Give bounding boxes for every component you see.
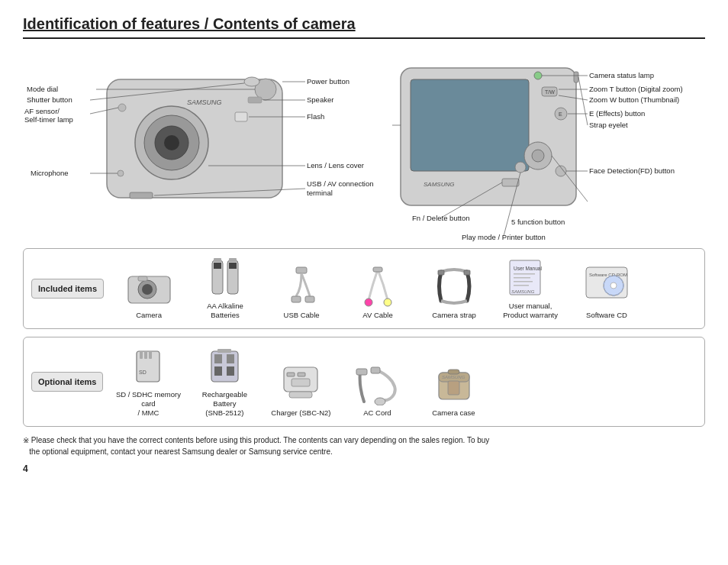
footnote: ※ Please check that you have the correct… bbox=[23, 434, 705, 457]
svg-rect-107 bbox=[227, 366, 234, 376]
svg-rect-113 bbox=[356, 369, 367, 375]
included-items-grid: Camera AA AlkalineBatteries bbox=[114, 257, 641, 321]
av-item-label: AV Cable bbox=[362, 311, 392, 320]
usb-cable-icon bbox=[275, 266, 328, 308]
svg-text:Software CD-ROM: Software CD-ROM bbox=[589, 273, 627, 277]
svg-rect-89 bbox=[514, 281, 533, 282]
svg-rect-43 bbox=[574, 72, 578, 82]
svg-text:Fn / Delete button: Fn / Delete button bbox=[412, 214, 470, 222]
svg-text:SAMSUNG: SAMSUNG bbox=[187, 98, 222, 106]
battery-item-label: AA AlkalineBatteries bbox=[207, 302, 243, 321]
svg-rect-75 bbox=[229, 258, 237, 262]
svg-text:User Manual: User Manual bbox=[514, 266, 542, 271]
cd-item-label: Software CD bbox=[586, 311, 627, 320]
case-item-label: Camera case bbox=[432, 408, 475, 418]
svg-point-95 bbox=[610, 282, 617, 289]
optional-items-grid: SD SD / SDHC memory card/ MMC Rechargeab… bbox=[114, 345, 488, 418]
optional-items-box: Optional items SD SD / SDHC memory card/… bbox=[23, 337, 705, 427]
svg-rect-8 bbox=[248, 97, 262, 103]
svg-rect-79 bbox=[305, 296, 314, 302]
svg-rect-12 bbox=[130, 192, 153, 199]
svg-rect-70 bbox=[138, 276, 147, 281]
svg-text:SAMSUNG: SAMSUNG bbox=[442, 375, 465, 379]
svg-rect-111 bbox=[298, 373, 305, 376]
camera-item-label: Camera bbox=[136, 311, 162, 320]
svg-rect-112 bbox=[292, 379, 310, 386]
svg-rect-105 bbox=[227, 354, 234, 363]
battery-icon bbox=[198, 257, 252, 299]
svg-point-40 bbox=[532, 150, 544, 162]
manual-icon: User Manual SAMSUNG bbox=[504, 257, 557, 299]
charger-item-label: Charger (SBC-N2) bbox=[271, 408, 330, 418]
svg-text:Strap eyelet: Strap eyelet bbox=[589, 121, 628, 129]
accord-item-label: AC Cord bbox=[363, 408, 391, 418]
av-cable-icon bbox=[351, 266, 404, 308]
svg-text:Zoom T button (Digital zoom): Zoom T button (Digital zoom) bbox=[589, 85, 683, 93]
diagram-section: SAMSUNG Mode dial Shutter button AF sens… bbox=[23, 53, 705, 236]
svg-text:Microphone: Microphone bbox=[31, 169, 69, 177]
svg-line-55 bbox=[578, 77, 588, 125]
svg-text:AF sensor/: AF sensor/ bbox=[24, 107, 60, 115]
svg-point-115 bbox=[375, 398, 385, 405]
svg-rect-76 bbox=[229, 263, 237, 269]
svg-rect-106 bbox=[214, 366, 222, 376]
svg-text:Zoom W button (Thumbnail): Zoom W button (Thumbnail) bbox=[589, 95, 679, 104]
svg-rect-84 bbox=[464, 270, 470, 275]
svg-text:Flash: Flash bbox=[307, 112, 324, 121]
rechargeable-icon bbox=[198, 345, 251, 387]
camera-back-diagram: SAMSUNG T/W E Camera status lamp bbox=[389, 53, 710, 236]
included-label: Included items bbox=[31, 279, 104, 299]
svg-text:SAMSUNG: SAMSUNG bbox=[424, 181, 454, 188]
svg-rect-109 bbox=[289, 392, 312, 398]
svg-text:Shutter button: Shutter button bbox=[27, 95, 72, 104]
list-item: AA AlkalineBatteries bbox=[191, 257, 259, 321]
svg-text:Mode dial: Mode dial bbox=[27, 85, 58, 93]
svg-text:E (Effects) button: E (Effects) button bbox=[589, 109, 645, 118]
usb-item-label: USB Cable bbox=[284, 311, 320, 320]
list-item: SAMSUNG Camera case bbox=[419, 363, 488, 418]
svg-point-81 bbox=[384, 299, 391, 306]
svg-text:Lens / Lens cover: Lens / Lens cover bbox=[307, 161, 364, 170]
svg-point-69 bbox=[142, 284, 153, 295]
svg-text:Self-timer lamp: Self-timer lamp bbox=[24, 115, 73, 124]
svg-rect-99 bbox=[144, 351, 147, 359]
svg-rect-98 bbox=[140, 351, 143, 359]
svg-rect-118 bbox=[448, 370, 459, 374]
svg-text:SD: SD bbox=[139, 370, 147, 375]
svg-text:5 function button: 5 function button bbox=[511, 218, 565, 226]
list-item: Software CD-ROM Software CD bbox=[572, 266, 641, 320]
svg-point-11 bbox=[118, 170, 124, 176]
svg-text:Camera status lamp: Camera status lamp bbox=[589, 71, 654, 79]
page-title: Identification of features / Contents of… bbox=[23, 15, 705, 39]
page-number: 4 bbox=[23, 463, 705, 474]
svg-point-45 bbox=[515, 162, 526, 173]
charger-icon bbox=[274, 363, 327, 405]
accord-icon bbox=[350, 363, 404, 405]
svg-rect-82 bbox=[373, 267, 382, 272]
list-item: Camera bbox=[114, 266, 183, 320]
list-item: Rechargeable Battery(SNB-2512) bbox=[190, 345, 259, 418]
list-item: Camera strap bbox=[420, 266, 488, 320]
svg-rect-110 bbox=[287, 373, 295, 376]
svg-rect-114 bbox=[371, 367, 380, 373]
svg-rect-77 bbox=[296, 267, 307, 273]
svg-rect-9 bbox=[235, 112, 247, 121]
list-item: USB Cable bbox=[267, 266, 336, 320]
optional-label: Optional items bbox=[31, 372, 103, 392]
cd-icon: Software CD-ROM bbox=[580, 266, 633, 308]
sdcard-icon: SD bbox=[121, 345, 175, 387]
case-icon: SAMSUNG bbox=[427, 363, 480, 405]
svg-rect-83 bbox=[438, 270, 444, 275]
camera-front-diagram: SAMSUNG Mode dial Shutter button AF sens… bbox=[23, 53, 374, 236]
svg-rect-87 bbox=[514, 273, 535, 275]
manual-item-label: User manual,Product warranty bbox=[503, 302, 558, 321]
sdcard-item-label: SD / SDHC memory card/ MMC bbox=[114, 390, 182, 418]
list-item: SD SD / SDHC memory card/ MMC bbox=[114, 345, 182, 418]
list-item: Charger (SBC-N2) bbox=[266, 363, 335, 418]
svg-point-6 bbox=[244, 77, 259, 86]
svg-text:Speaker: Speaker bbox=[307, 95, 333, 104]
svg-rect-34 bbox=[411, 79, 529, 171]
svg-text:terminal: terminal bbox=[307, 189, 333, 197]
svg-rect-90 bbox=[514, 285, 529, 286]
svg-text:USB / AV connection: USB / AV connection bbox=[307, 179, 374, 188]
